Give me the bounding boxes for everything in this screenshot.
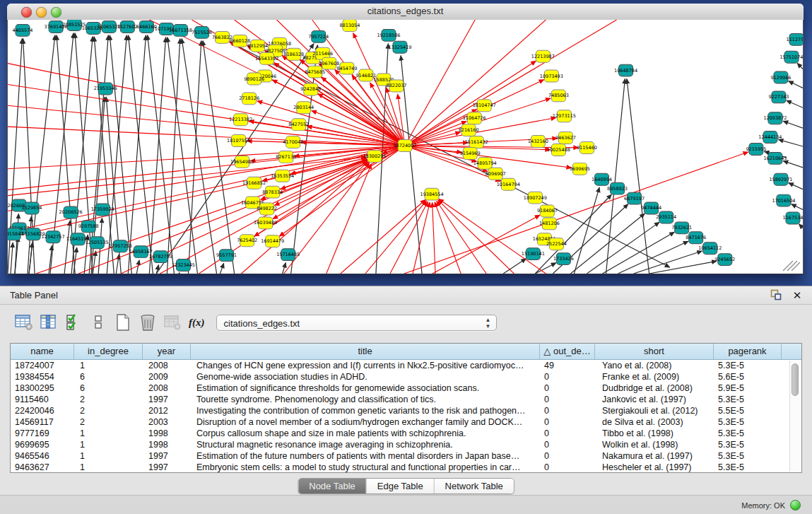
graph-node-label: 19654983 xyxy=(230,159,254,165)
table-row[interactable]: 2242004622012Investigating the contribut… xyxy=(11,405,801,416)
graph-edge xyxy=(437,201,486,274)
table-cell: 2 xyxy=(74,394,143,405)
graph-edge xyxy=(257,101,405,146)
cytoscape-desktop: citations_edges.txt 18724007183002951938… xyxy=(0,0,812,286)
graph-edge xyxy=(128,35,146,274)
graph-node-label: 6466160 xyxy=(136,24,157,30)
clear-selection-icon[interactable] xyxy=(88,313,108,332)
graph-edge xyxy=(405,122,466,146)
table-cell: 9699695 xyxy=(11,439,74,450)
table-cell: 9465546 xyxy=(11,450,74,462)
graph-node-label: 11064726 xyxy=(463,115,486,121)
graph-edge xyxy=(439,199,546,274)
graph-node-label: 9890126 xyxy=(244,76,264,82)
delete-table-icon[interactable] xyxy=(138,313,158,332)
graph-edge xyxy=(783,161,803,168)
graph-canvas-svg[interactable]: 1872400718300295193845544405574376914062… xyxy=(8,20,803,274)
function-builder-icon[interactable]: f(x) xyxy=(189,317,205,329)
graph-node-label: 9699695 xyxy=(570,166,590,172)
table-row[interactable]: 977716911998Corpus callosum shape and si… xyxy=(11,428,801,439)
table-cell: Investigating the contribution of common… xyxy=(191,405,540,416)
table-header-row: namein_degreeyeartitle△ out_de…shortpage… xyxy=(11,344,801,360)
table-cell: 2 xyxy=(74,405,143,416)
table-row[interactable]: 911546021997Tourette syndrome. Phenomeno… xyxy=(11,394,801,405)
select-all-icon[interactable] xyxy=(64,313,83,332)
table-cell: de Silva et al. (2003) xyxy=(595,416,714,428)
table-row[interactable]: 1872400712008Changes of HCN gene express… xyxy=(11,360,801,371)
graph-edge xyxy=(438,200,514,274)
table-row[interactable]: 946554611997Estimation of the future num… xyxy=(11,450,801,462)
table-row[interactable]: 1938455462009Genome-wide association stu… xyxy=(11,371,801,382)
column-header-out_de[interactable]: △ out_de… xyxy=(540,344,595,359)
graph-node-label: 1167534 xyxy=(783,215,803,221)
table-panel: Table Panel ✕ xyxy=(0,286,812,514)
column-header-title[interactable]: title xyxy=(191,344,540,359)
column-header-pagerank[interactable]: pagerank xyxy=(714,344,782,359)
table-cell: 1 xyxy=(74,428,143,439)
graph-node-label: 8958923 xyxy=(607,186,628,192)
table-row[interactable]: 1830029562008Estimation of significance … xyxy=(11,382,801,394)
scrollbar-thumb[interactable] xyxy=(792,363,799,396)
graph-node-label: 9242848 xyxy=(300,86,321,92)
column-header-short[interactable]: short xyxy=(595,344,714,359)
table-cell: 0 xyxy=(540,405,595,416)
graph-node-label: 10648784 xyxy=(614,68,637,74)
table-cell: 0 xyxy=(540,382,595,394)
table-cell: 0 xyxy=(540,439,595,450)
graph-edge xyxy=(8,105,405,146)
table-cell: 0 xyxy=(540,462,595,473)
graph-node-label: 15892971 xyxy=(769,177,792,182)
float-panel-icon[interactable] xyxy=(770,288,782,301)
graph-node-label: 16210643 xyxy=(763,156,787,161)
table-row[interactable]: 1456911722003Disruption of a novel membe… xyxy=(11,416,801,428)
table-panel-title: Table Panel xyxy=(10,290,58,300)
table-cell: Structural magnetic resonance image aver… xyxy=(191,439,540,450)
graph-node-label: 8813054 xyxy=(339,23,360,28)
table-cell: 6 xyxy=(74,382,143,394)
table-cell: 18300295 xyxy=(11,382,74,394)
graph-edge xyxy=(129,35,153,274)
table-cell: Genome-wide association studies in ADHD. xyxy=(191,371,540,382)
tab-edge-table[interactable]: Edge Table xyxy=(366,479,434,493)
window-titlebar[interactable]: citations_edges.txt xyxy=(7,4,804,21)
table-cell: 5.6E-5 xyxy=(714,371,782,382)
table-cell: 1997 xyxy=(143,394,191,405)
table-cell: 0 xyxy=(540,428,595,439)
graph-edge xyxy=(433,215,540,274)
table-row[interactable]: 969969511998Structural magnetic resonanc… xyxy=(11,439,801,450)
graph-node-label: 14895794 xyxy=(473,160,497,166)
tab-network-table[interactable]: Network Table xyxy=(434,479,514,493)
graph-node-label: 12323445 xyxy=(172,262,195,268)
graph-node-label: 4170048 xyxy=(283,139,303,145)
table-cell: 14569117 xyxy=(11,416,74,428)
close-panel-icon[interactable]: ✕ xyxy=(791,288,804,301)
table-cell: 1997 xyxy=(143,462,191,473)
network-canvas[interactable]: 1872400718300295193845544405574376914062… xyxy=(7,20,804,274)
table-vertical-scrollbar[interactable] xyxy=(789,361,801,472)
column-header-name[interactable]: name xyxy=(11,344,74,359)
graph-node-label: 8471676 xyxy=(686,235,706,240)
table-row[interactable]: 946362711997Embryonic stem cells: a mode… xyxy=(11,462,801,473)
new-table-icon[interactable] xyxy=(113,313,133,332)
table-cell: 0 xyxy=(540,394,595,405)
graph-edge xyxy=(789,183,803,189)
table-cell: Hescheler et al. (1997) xyxy=(595,462,714,473)
graph-node-label: 8878334 xyxy=(262,189,283,195)
graph-edge xyxy=(8,64,405,146)
table-selector-dropdown[interactable]: citations_edges.txt ▲▼ xyxy=(216,315,497,331)
graph-node-label: 9215955 xyxy=(746,146,766,152)
graph-node-label: 1481206 xyxy=(539,221,560,226)
table-cell: 1998 xyxy=(143,439,191,450)
window-resize-grip[interactable] xyxy=(782,259,800,272)
tab-node-table[interactable]: Node Table xyxy=(298,479,366,493)
graph-node-label: 18107554 xyxy=(227,138,250,144)
graph-edge xyxy=(787,100,803,107)
table-settings-icon[interactable] xyxy=(14,313,34,332)
column-header-in_degree[interactable]: in_degree xyxy=(74,344,143,359)
graph-node-label: 10973493 xyxy=(540,74,563,79)
column-header-year[interactable]: year xyxy=(143,344,191,359)
select-columns-icon[interactable] xyxy=(39,313,59,332)
graph-node-label: 19166852 xyxy=(242,180,266,186)
graph-node-label: 9463627 xyxy=(555,135,576,141)
table-cell: 9115460 xyxy=(11,394,74,405)
